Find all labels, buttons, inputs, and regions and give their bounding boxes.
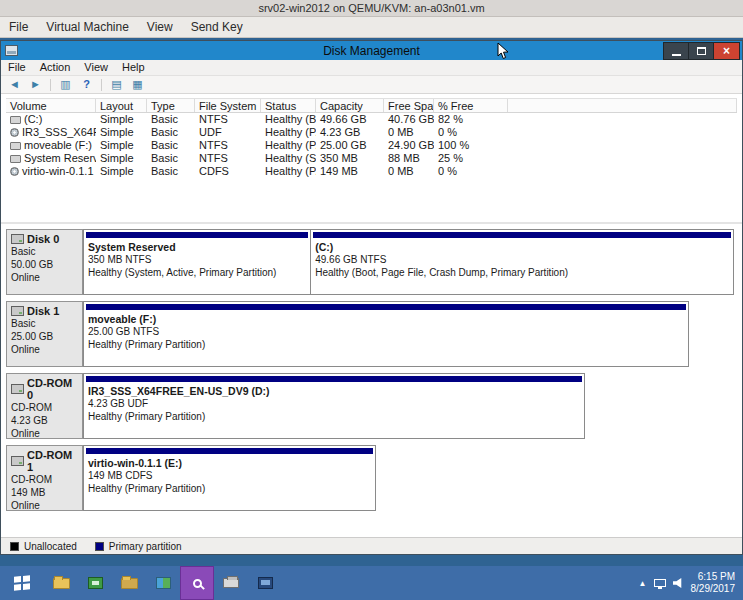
vm-window-title: srv02-win2012 on QEMU/KVM: an-a03n01.vm <box>258 2 484 14</box>
app-dark-icon[interactable] <box>248 566 282 600</box>
cdrom1-label[interactable]: CD-ROM 1 CD-ROM 149 MB Online <box>6 445 83 511</box>
column-pct-free[interactable]: % Free <box>434 99 508 112</box>
column-status[interactable]: Status <box>261 99 316 112</box>
forward-icon[interactable]: ► <box>27 77 44 92</box>
maximize-button[interactable] <box>689 43 714 59</box>
dm-menubar: File Action View Help <box>1 60 742 76</box>
disk-row: Disk 1 Basic 25.00 GB Online moveable (F… <box>6 301 735 367</box>
column-free-space[interactable]: Free Spa... <box>384 99 434 112</box>
screen: srv02-win2012 on QEMU/KVM: an-a03n01.vm … <box>0 0 743 600</box>
disk-row: CD-ROM 1 CD-ROM 149 MB Online virtio-win… <box>6 445 735 511</box>
column-layout[interactable]: Layout <box>96 99 147 112</box>
dm-titlebar[interactable]: Disk Management × <box>1 41 742 60</box>
cell-file-system: NTFS <box>195 113 261 126</box>
table-row[interactable]: IR3_SSS_X64FREE_... Simple Basic UDF Hea… <box>6 126 737 139</box>
partition-system-reserved[interactable]: System Reserved 350 MB NTFS Healthy (Sys… <box>83 229 311 295</box>
partition-name: (C:) <box>311 240 733 253</box>
app-duo-icon[interactable] <box>146 566 180 600</box>
menu-file[interactable]: File <box>0 17 37 37</box>
disk-list-icon[interactable]: ▤ <box>108 77 125 92</box>
cell-pct-free: 100 % <box>434 139 508 152</box>
partition-moveable[interactable]: moveable (F:) 25.00 GB NTFS Healthy (Pri… <box>83 301 689 367</box>
graphical-view-icon[interactable]: ▦ <box>129 77 146 92</box>
disk-kind: CD-ROM <box>11 401 78 414</box>
cell-capacity: 25.00 GB <box>316 139 384 152</box>
table-row[interactable]: (C:) Simple Basic NTFS Healthy (B... 49.… <box>6 113 737 126</box>
partition-track: moveable (F:) 25.00 GB NTFS Healthy (Pri… <box>83 301 735 367</box>
cell-layout: Simple <box>96 152 147 165</box>
explorer-icon[interactable] <box>44 566 78 600</box>
partition-info: 149 MB CDFS <box>84 469 375 482</box>
partition-status: Healthy (Primary Partition) <box>84 482 375 495</box>
close-button[interactable]: × <box>714 43 739 59</box>
partition-virtio-cd[interactable]: virtio-win-0.1.1 (E:) 149 MB CDFS Health… <box>83 445 376 511</box>
dm-window-title: Disk Management <box>323 44 420 58</box>
cell-pct-free: 0 % <box>434 126 508 139</box>
folder-icon[interactable] <box>112 566 146 600</box>
volume-icon[interactable] <box>673 578 684 588</box>
drive-icon <box>11 306 24 316</box>
table-row[interactable]: moveable (F:) Simple Basic NTFS Healthy … <box>6 139 737 152</box>
clock[interactable]: 6:15 PM 8/29/2017 <box>691 571 736 595</box>
tray-expand-icon[interactable]: ▲ <box>639 579 647 588</box>
windows-logo-icon <box>14 575 30 591</box>
vm-window-titlebar[interactable]: srv02-win2012 on QEMU/KVM: an-a03n01.vm <box>0 0 743 17</box>
disk-row: CD-ROM 0 CD-ROM 4.23 GB Online IR3_SSS_X… <box>6 373 735 439</box>
help-icon[interactable]: ? <box>78 77 95 92</box>
partition-track: System Reserved 350 MB NTFS Healthy (Sys… <box>83 229 735 295</box>
printer-icon[interactable] <box>214 566 248 600</box>
minimize-button[interactable] <box>664 43 689 59</box>
tray-time: 6:15 PM <box>691 571 736 583</box>
disk-status: Online <box>11 427 78 440</box>
partition-info: 49.66 GB NTFS <box>311 253 733 266</box>
disk1-label[interactable]: Disk 1 Basic 25.00 GB Online <box>6 301 83 367</box>
cdrom-drive-icon <box>11 384 24 394</box>
partition-status: Healthy (Primary Partition) <box>84 410 584 423</box>
window-controls: × <box>663 42 740 60</box>
primary-partition-band <box>86 448 373 454</box>
system-tray: ▲ 6:15 PM 8/29/2017 <box>639 566 743 600</box>
console-tree-icon[interactable]: ▥ <box>57 77 74 92</box>
back-icon[interactable]: ◄ <box>6 77 23 92</box>
disk-management-window: Disk Management × File Action View Help … <box>0 40 743 555</box>
cell-file-system: CDFS <box>195 165 261 178</box>
menu-virtual-machine[interactable]: Virtual Machine <box>37 17 138 37</box>
minimize-icon <box>672 54 681 56</box>
table-row[interactable]: System Reserved Simple Basic NTFS Health… <box>6 152 737 165</box>
cell-free-space: 0 MB <box>384 126 434 139</box>
dm-menu-file[interactable]: File <box>1 60 33 75</box>
cell-capacity: 350 MB <box>316 152 384 165</box>
partition-ir3-dvd[interactable]: IR3_SSS_X64FREE_EN-US_DV9 (D:) 4.23 GB U… <box>83 373 585 439</box>
cell-layout: Simple <box>96 165 147 178</box>
disk0-label[interactable]: Disk 0 Basic 50.00 GB Online <box>6 229 83 295</box>
network-icon[interactable] <box>654 579 666 587</box>
cell-capacity: 149 MB <box>316 165 384 178</box>
column-capacity[interactable]: Capacity <box>316 99 384 112</box>
cell-capacity: 49.66 GB <box>316 113 384 126</box>
app-green-icon[interactable] <box>78 566 112 600</box>
cdrom0-label[interactable]: CD-ROM 0 CD-ROM 4.23 GB Online <box>6 373 83 439</box>
disk-name: CD-ROM 0 <box>27 377 78 401</box>
pane-splitter[interactable] <box>1 222 742 224</box>
column-type[interactable]: Type <box>147 99 195 112</box>
start-button[interactable] <box>0 566 44 600</box>
legend-primary-partition: Primary partition <box>95 541 182 552</box>
search-icon[interactable] <box>180 566 214 600</box>
column-volume[interactable]: Volume <box>6 99 96 112</box>
dm-menu-help[interactable]: Help <box>115 60 152 75</box>
cell-layout: Simple <box>96 139 147 152</box>
menu-send-key[interactable]: Send Key <box>182 17 252 37</box>
partition-c[interactable]: (C:) 49.66 GB NTFS Healthy (Boot, Page F… <box>310 229 734 295</box>
cell-free-space: 24.90 GB <box>384 139 434 152</box>
dm-menu-action[interactable]: Action <box>33 60 78 75</box>
cell-pct-free: 0 % <box>434 165 508 178</box>
column-file-system[interactable]: File System <box>195 99 261 112</box>
dm-menu-view[interactable]: View <box>77 60 115 75</box>
volume-cd-icon <box>10 128 19 137</box>
disk-kind: CD-ROM <box>11 473 78 486</box>
menu-view[interactable]: View <box>138 17 182 37</box>
table-row[interactable]: virtio-win-0.1.1 (E:) Simple Basic CDFS … <box>6 165 737 178</box>
cell-capacity: 4.23 GB <box>316 126 384 139</box>
partition-track: IR3_SSS_X64FREE_EN-US_DV9 (D:) 4.23 GB U… <box>83 373 735 439</box>
primary-partition-swatch <box>95 542 104 551</box>
